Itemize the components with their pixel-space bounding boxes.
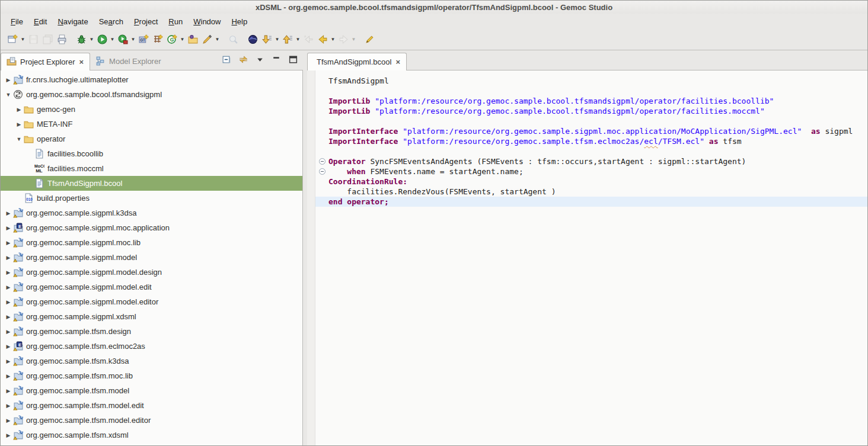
tree-item-org-gemoc-sample-sigpml-model[interactable]: ▶!org.gemoc.sample.sigpml.model [1, 250, 302, 265]
maximize-button[interactable] [288, 56, 298, 65]
chevron-collapsed-icon[interactable]: ▶ [4, 314, 12, 320]
tree-item-org-gemoc-sample-tfsm-eclmoc2as[interactable]: ▶Eorg.gemoc.sample.tfsm.eclmoc2as [1, 339, 302, 354]
chevron-collapsed-icon[interactable]: ▶ [4, 418, 12, 423]
print-button[interactable] [55, 32, 69, 47]
next-annotation-dropdown[interactable]: ▼ [274, 37, 280, 42]
menu-file[interactable]: File [5, 15, 28, 28]
open-browser-button[interactable] [245, 32, 260, 47]
code-editor[interactable]: TfsmAndSigpmlImportLib "platform:/resour… [307, 70, 867, 446]
annotation-ruler[interactable] [307, 70, 315, 446]
tree-item-org-gemoc-sample-tfsm-model[interactable]: ▶!org.gemoc.sample.tfsm.model [1, 383, 302, 398]
svg-text:!: ! [15, 377, 15, 380]
chevron-collapsed-icon[interactable]: ▶ [4, 403, 12, 409]
tree-item-facilities-moccml[interactable]: MoCCMLfacilities.moccml [1, 161, 302, 176]
open-artifact-button[interactable] [186, 32, 200, 47]
tree-item-label: fr.cnrs.luchogie.ultimateplotter [26, 75, 129, 84]
debug-button[interactable] [74, 32, 88, 47]
new-class-dropdown[interactable]: ▼ [179, 37, 186, 42]
chevron-collapsed-icon[interactable]: ▶ [4, 373, 12, 379]
next-annotation-button[interactable] [260, 32, 274, 47]
tree-item-org-gemoc-sample-tfsm-xdsml[interactable]: ▶!org.gemoc.sample.tfsm.xdsml [1, 428, 302, 442]
menu-help[interactable]: Help [226, 15, 253, 28]
brush-button[interactable] [200, 32, 214, 47]
previous-annotation-dropdown[interactable]: ▼ [295, 37, 301, 42]
tree-item-org-gemoc-sample-sigpml-model-edit[interactable]: ▶!org.gemoc.sample.sigpml.model.edit [1, 280, 302, 294]
run-history-button[interactable] [116, 32, 130, 47]
view-menu-button[interactable] [254, 56, 265, 65]
chevron-collapsed-icon[interactable]: ▶ [4, 388, 12, 394]
link-with-editor-button[interactable] [238, 56, 248, 65]
run-history-dropdown[interactable]: ▼ [130, 37, 136, 42]
tree-item-org-gemoc-sample-tfsm-moc-lib[interactable]: ▶!org.gemoc.sample.tfsm.moc.lib [1, 368, 302, 383]
chevron-collapsed-icon[interactable]: ▶ [4, 344, 12, 349]
model-explorer-icon [95, 56, 106, 68]
mark-occurrences-button[interactable] [362, 32, 376, 47]
menu-run[interactable]: Run [163, 15, 188, 28]
debug-dropdown[interactable]: ▼ [88, 37, 95, 42]
tree-item-org-gemoc-sample-sigpml-xdsml[interactable]: ▶!org.gemoc.sample.sigpml.xdsml [1, 309, 302, 324]
tree-item-org-gemoc-sample-tfsm-design[interactable]: ▶!org.gemoc.sample.tfsm.design [1, 324, 302, 339]
tab-project-explorer[interactable]: Project Explorer × [1, 53, 90, 70]
tree-item-org-gemoc-sample-sigpml-model-design[interactable]: ▶!org.gemoc.sample.sigpml.model.design [1, 265, 302, 280]
new-gt-button[interactable]: GT [136, 32, 151, 47]
chevron-collapsed-icon[interactable]: ▶ [4, 358, 12, 364]
code-text[interactable]: TfsmAndSigpmlImportLib "platform:/resour… [315, 70, 867, 446]
fold-marker[interactable] [315, 156, 328, 166]
tree-item-org-gemoc-sample-sigpml-k3dsa[interactable]: ▶!org.gemoc.sample.sigpml.k3dsa [1, 206, 302, 220]
chevron-collapsed-icon[interactable]: ▶ [15, 121, 23, 127]
tree-item-operator[interactable]: ▼operator [1, 131, 302, 146]
tree-item-org-gemoc-sample-tfsm-model-editor[interactable]: ▶!org.gemoc.sample.tfsm.model.editor [1, 413, 302, 428]
tree-item-org-gemoc-sample-tfsm-k3dsa[interactable]: ▶!org.gemoc.sample.tfsm.k3dsa [1, 354, 302, 368]
editor-tab-tfsmandsigpml[interactable]: TfsmAndSigpml.bcool × [307, 53, 407, 70]
menu-navigate[interactable]: Navigate [52, 15, 93, 28]
menu-window[interactable]: Window [188, 15, 226, 28]
tree-item-org-gemoc-sample-sigpml-moc-application[interactable]: ▶Eorg.gemoc.sample.sigpml.moc.applicatio… [1, 220, 302, 235]
chevron-collapsed-icon[interactable]: ▶ [4, 329, 12, 335]
sash-divider[interactable] [303, 52, 307, 446]
tree-item-org-gemoc-sample-sigpml-model-editor[interactable]: ▶!org.gemoc.sample.sigpml.model.editor [1, 294, 302, 309]
tree-item-facilities-bcoollib[interactable]: facilities.bcoollib [1, 146, 302, 161]
run-dropdown[interactable]: ▼ [109, 37, 116, 42]
chevron-expanded-icon[interactable]: ▼ [4, 92, 12, 98]
chevron-collapsed-icon[interactable]: ▶ [4, 269, 12, 275]
tree-item-org-gemoc-sample-tfsm-model-edit[interactable]: ▶!org.gemoc.sample.tfsm.model.edit [1, 398, 302, 413]
chevron-collapsed-icon[interactable]: ▶ [15, 107, 23, 113]
chevron-collapsed-icon[interactable]: ▶ [4, 284, 12, 290]
chevron-collapsed-icon[interactable]: ▶ [4, 255, 12, 261]
chevron-collapsed-icon[interactable]: ▶ [4, 225, 12, 231]
chevron-collapsed-icon[interactable]: ▶ [4, 432, 12, 438]
previous-annotation-button[interactable] [280, 32, 295, 47]
tree-item-gemoc-gen[interactable]: ▶gemoc-gen [1, 102, 302, 117]
chevron-collapsed-icon[interactable]: ▶ [4, 77, 12, 83]
menu-search[interactable]: Search [94, 15, 129, 28]
tree-item-build-properties[interactable]: 010build.properties [1, 191, 302, 206]
chevron-collapsed-icon[interactable]: ▶ [4, 210, 12, 216]
menu-edit[interactable]: Edit [28, 15, 52, 28]
run-button[interactable] [95, 32, 109, 47]
new-dropdown[interactable]: ▼ [20, 37, 26, 42]
chevron-expanded-icon[interactable]: ▼ [15, 136, 23, 142]
tree-item-meta-inf[interactable]: ▶META-INF [1, 117, 302, 131]
collapse-all-button[interactable] [221, 56, 232, 65]
tree-item-tfsmandsigpml-bcool[interactable]: TfsmAndSigpml.bcool [1, 176, 302, 191]
new-button[interactable] [5, 32, 20, 47]
brush-dropdown[interactable]: ▼ [214, 37, 221, 42]
fold-column [315, 146, 328, 156]
new-table-button[interactable] [151, 32, 165, 47]
close-icon[interactable]: × [395, 57, 401, 66]
tab-model-explorer[interactable]: Model Explorer [90, 53, 166, 70]
back-button[interactable] [315, 32, 330, 47]
chevron-collapsed-icon[interactable]: ▶ [4, 240, 12, 246]
close-icon[interactable]: × [78, 57, 84, 66]
code-line: ImportLib "platform:/resource/org.gemoc.… [315, 106, 867, 116]
menu-project[interactable]: Project [129, 15, 163, 28]
fold-marker[interactable] [315, 166, 328, 177]
back-dropdown[interactable]: ▼ [330, 37, 336, 42]
tree-item-org-gemoc-sample-sigpml-moc-lib[interactable]: ▶!org.gemoc.sample.sigpml.moc.lib [1, 235, 302, 250]
tree-item-fr-cnrs-luchogie-ultimateplotter[interactable]: ▶!fr.cnrs.luchogie.ultimateplotter [1, 72, 302, 87]
minimize-button[interactable] [271, 56, 282, 65]
new-class-button[interactable]: G [165, 32, 179, 47]
forward-dropdown[interactable]: ▼ [350, 37, 357, 42]
chevron-collapsed-icon[interactable]: ▶ [4, 299, 12, 305]
tree-item-org-gemoc-sample-bcool-tfsmandsigpml[interactable]: ▼org.gemoc.sample.bcool.tfsmandsigpml [1, 87, 302, 102]
